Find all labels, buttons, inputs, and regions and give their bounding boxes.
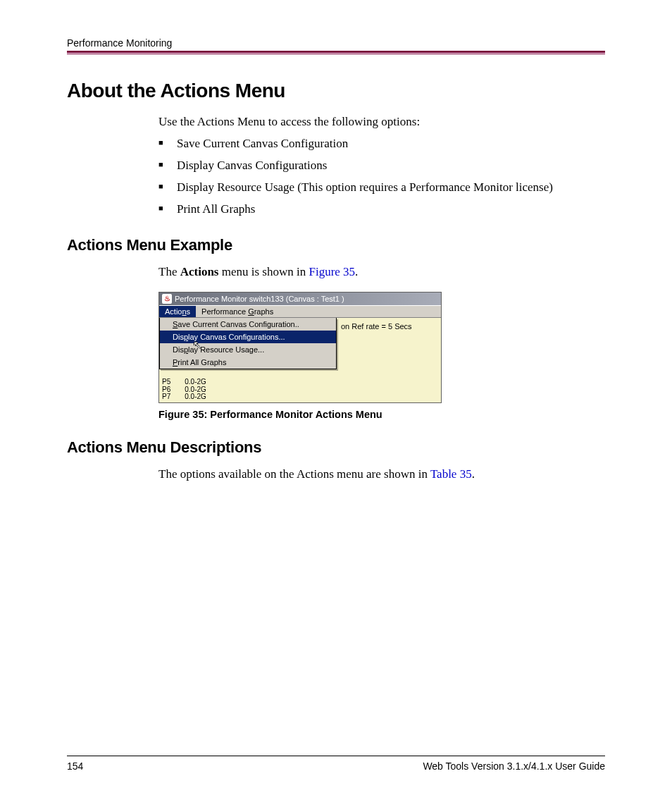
footer-rule xyxy=(67,756,605,756)
text: . xyxy=(355,265,358,278)
port-value: 0.0-2G xyxy=(185,393,206,401)
text: ave Current Canvas Configuration.. xyxy=(178,320,299,328)
menubar: Actions Performance Graphs xyxy=(159,305,441,318)
document-title: Web Tools Version 3.1.x/4.1.x User Guide xyxy=(423,760,605,772)
text: . xyxy=(472,467,475,481)
menu-item-print-all-graphs[interactable]: Print All Graphs xyxy=(160,356,336,369)
section-title: About the Actions Menu xyxy=(67,80,605,102)
text: raphs xyxy=(254,307,274,316)
text: lay Canvas Configurations... xyxy=(188,333,285,341)
descriptions-paragraph: The options available on the Actions men… xyxy=(158,467,605,483)
subsection-descriptions: Actions Menu Descriptions xyxy=(67,438,605,457)
list-item: Display Canvas Configurations xyxy=(158,158,605,174)
java-icon: ♨ xyxy=(162,294,172,304)
port-row: P70.0-2G xyxy=(162,393,206,401)
text: menu is shown in xyxy=(218,265,309,278)
list-item: Save Current Canvas Configuration xyxy=(158,136,605,152)
intro-paragraph: Use the Actions Menu to access the follo… xyxy=(158,115,605,129)
bullet-list: Save Current Canvas Configuration Displa… xyxy=(158,136,605,218)
figure-caption: Figure 35: Performance Monitor Actions M… xyxy=(158,409,605,420)
header-rule xyxy=(67,51,605,53)
actions-dropdown: Save Current Canvas Configuration.. Disp… xyxy=(159,318,337,369)
menu-performance-graphs[interactable]: Performance Graphs xyxy=(196,306,279,317)
window-title-text: Performance Monitor switch133 (Canvas : … xyxy=(175,295,344,303)
table-cross-reference[interactable]: Table 35 xyxy=(430,467,472,481)
text: Performance xyxy=(201,307,248,316)
page-number: 154 xyxy=(67,760,83,772)
list-item: Display Resource Usage (This option requ… xyxy=(158,180,605,196)
text: rint All Graphs xyxy=(178,358,226,366)
menu-item-display-resource-usage[interactable]: Display Resource Usage... xyxy=(160,343,336,356)
menu-item-save-canvas[interactable]: Save Current Canvas Configuration.. xyxy=(160,318,336,331)
page-footer: 154 Web Tools Version 3.1.x/4.1.x User G… xyxy=(67,756,605,772)
example-paragraph: The Actions menu is shown in Figure 35. xyxy=(158,264,605,281)
figure-cross-reference[interactable]: Figure 35 xyxy=(309,265,355,278)
text: The options available on the Actions men… xyxy=(158,467,430,481)
text: s xyxy=(187,307,191,316)
refresh-rate-text: on Ref rate = 5 Secs xyxy=(341,322,412,331)
screenshot-window: ♨ Performance Monitor switch133 (Canvas … xyxy=(158,292,442,403)
window-titlebar: ♨ Performance Monitor switch133 (Canvas … xyxy=(159,292,441,305)
bold-actions: Actions xyxy=(180,265,219,278)
subsection-example: Actions Menu Example xyxy=(67,236,605,254)
text: Dis xyxy=(173,345,184,354)
menu-item-display-canvas-configs[interactable]: Display Canvas Configurations... xyxy=(160,331,336,343)
mnemonic: G xyxy=(248,307,254,316)
text: Dis xyxy=(173,333,184,341)
window-body: on Ref rate = 5 Secs Save Current Canvas… xyxy=(159,318,441,402)
text: lay Resource Usage... xyxy=(188,345,264,354)
port-label: P7 xyxy=(162,393,170,401)
text: Actio xyxy=(165,307,182,316)
menu-actions[interactable]: Actions xyxy=(159,306,196,317)
figure: ♨ Performance Monitor switch133 (Canvas … xyxy=(158,292,605,420)
running-header: Performance Monitoring xyxy=(67,37,605,49)
text: The xyxy=(158,265,180,278)
port-list: P50.0-2G P60.0-2G P70.0-2G xyxy=(162,378,206,401)
list-item: Print All Graphs xyxy=(158,202,605,218)
